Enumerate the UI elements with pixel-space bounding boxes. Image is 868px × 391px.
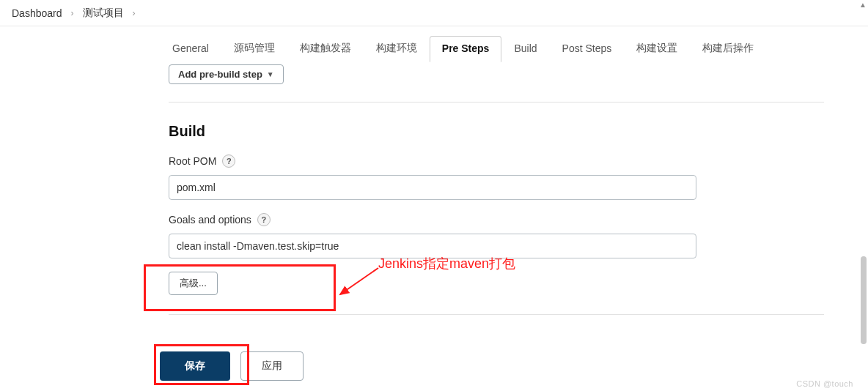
help-icon[interactable]: ? xyxy=(257,213,271,226)
watermark-text: CSDN @touch xyxy=(796,379,853,388)
add-step-label: Add pre-build step xyxy=(178,69,262,80)
svg-line-0 xyxy=(340,268,378,294)
root-pom-field: Root POM ? xyxy=(169,154,824,200)
breadcrumb-item-project[interactable]: 测试项目 xyxy=(83,7,124,20)
breadcrumb-item-dashboard[interactable]: Dashboard xyxy=(12,7,62,19)
main-panel: General 源码管理 构建触发器 构建环境 Pre Steps Build … xyxy=(139,26,853,391)
caret-down-icon: ▼ xyxy=(267,70,274,78)
tab-pre-steps[interactable]: Pre Steps xyxy=(430,36,502,62)
tab-scm[interactable]: 源码管理 xyxy=(221,35,287,63)
annotation-arrow-icon xyxy=(336,265,387,302)
chevron-right-icon: › xyxy=(71,8,74,18)
root-pom-label: Root POM xyxy=(169,155,216,167)
add-pre-build-step-button[interactable]: Add pre-build step ▼ xyxy=(169,64,284,84)
tab-general[interactable]: General xyxy=(160,36,221,62)
build-section-title: Build xyxy=(169,123,833,140)
tab-build-env[interactable]: 构建环境 xyxy=(364,35,430,63)
section-divider xyxy=(169,314,824,315)
tab-build[interactable]: Build xyxy=(501,36,549,62)
tab-triggers[interactable]: 构建触发器 xyxy=(287,35,364,63)
scroll-up-icon[interactable]: ▲ xyxy=(859,1,867,9)
footer-actions: 保存 应用 xyxy=(139,340,853,391)
scrollbar-thumb[interactable] xyxy=(861,256,867,344)
root-pom-input[interactable] xyxy=(169,175,696,200)
advanced-button[interactable]: 高级... xyxy=(169,272,218,295)
tab-build-settings[interactable]: 构建设置 xyxy=(624,35,690,63)
config-tabs: General 源码管理 构建触发器 构建环境 Pre Steps Build … xyxy=(139,26,853,63)
goals-label: Goals and options xyxy=(169,214,251,226)
goals-input[interactable] xyxy=(169,234,696,258)
chevron-right-icon: › xyxy=(133,8,136,18)
tab-post-steps[interactable]: Post Steps xyxy=(550,36,625,62)
apply-button[interactable]: 应用 xyxy=(240,351,304,381)
goals-field: Goals and options ? xyxy=(169,213,824,258)
help-icon[interactable]: ? xyxy=(222,154,235,168)
tab-post-build[interactable]: 构建后操作 xyxy=(690,35,766,63)
breadcrumb: Dashboard › 测试项目 › xyxy=(0,0,868,26)
save-button[interactable]: 保存 xyxy=(160,351,230,381)
section-divider xyxy=(169,102,824,103)
